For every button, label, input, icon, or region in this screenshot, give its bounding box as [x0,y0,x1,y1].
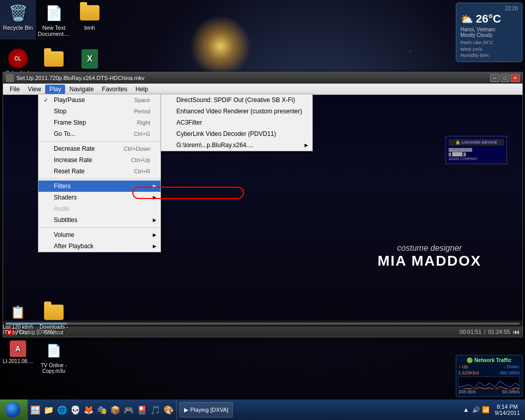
frame-step-label: Frame Step [54,119,86,126]
path-label: G:\lorem\...p.BluRay.x264.... [176,142,253,149]
subtitles-label: Subtitles [54,216,77,224]
tray-network-icon[interactable]: 📶 [481,406,490,414]
menu-help[interactable]: Help [131,85,152,94]
menu-favorites[interactable]: Favorites [98,85,131,94]
ql-package-icon[interactable]: 📦 [109,404,122,416]
play-menu-dropdown: Play/Pause Space Stop Period Frame Step … [38,94,161,252]
menu-increase-rate[interactable]: Increase Rate Ctrl+Up [38,154,160,166]
desktop-icon-tv-online[interactable]: 📄 TV Online -Copy.m3u [36,338,72,376]
seek-bar[interactable] [6,323,520,325]
taskbar-mediaplayer-btn[interactable]: ▶ Playing [DXVA] [179,402,233,417]
filter-path[interactable]: G:\lorem\...p.BluRay.x264.... [161,139,312,151]
ql-game-icon[interactable]: 🎮 [123,404,135,416]
taskbar-media-label: Playing [DXVA] [190,407,228,413]
cyberlink-icon: CL [8,49,28,68]
humidity-label: Humidity [460,53,478,58]
network-values: 1.625Kb/s 480.08b/s [458,370,520,375]
stop-shortcut: Period [124,108,150,114]
menu-filters[interactable]: Filters [38,181,160,192]
weather-description: Mostly Cloudy [460,32,518,38]
desktop-icon-binh[interactable]: binh [72,0,108,39]
ql-ie-icon[interactable]: 🌐 [56,404,68,416]
new-text-label: New TextDocument.... [38,25,70,37]
desktop-icon-list-120[interactable]: 📋 List 120 kênhITV by Chu... [0,299,36,338]
weather-location: Hanoi, Vietnam [460,27,518,32]
evr-label: Enhanced Video Renderer (custom presente… [176,108,302,115]
new-text-icon: 📄 [44,3,64,23]
menu-reset-rate[interactable]: Reset Rate Ctrl+R [38,166,160,177]
list-120-icon: 📋 [8,302,28,323]
status-playing-label: Playing [DXVA] [16,329,457,335]
tray-show-desktop[interactable]: ▲ [462,406,470,414]
menu-volume[interactable]: Volume [38,229,160,241]
desktop-icon-li2011[interactable]: A LI-2011.08.... [0,338,36,376]
taskbar: 🪟 📁 🌐 💀 🦊 🎭 📦 🎮 🎴 🎵 🎨 ▶ Playing [DXVA] ▲… [0,399,525,420]
network-bottom-values: 208.0b/s 60.08b/s [458,389,520,394]
network-icon: 🟢 [467,357,473,363]
minimize-button[interactable]: ─ [490,74,499,82]
desktop-icon-new-text[interactable]: 📄 New TextDocument.... [36,0,72,39]
filter-cyberlink[interactable]: CyberLink Video Decoder (PDVD11) [161,128,312,139]
ql-art-icon[interactable]: 🎨 [163,404,175,416]
download-value: 480.08b/s [499,370,520,375]
ql-firefox-icon[interactable]: 🦊 [83,404,95,416]
desktop-icon-downloads[interactable]: Downloads -Shortcut [36,299,72,338]
feels-like-value: 29°C [483,40,493,45]
cong-no-icon: X [79,49,100,69]
menu-view[interactable]: View [24,85,45,94]
tv-online-icon: 📄 [44,341,64,361]
download-label: ↓ Down: [503,364,520,369]
ql-music-icon[interactable]: 🎵 [149,404,161,416]
ql-mask-icon[interactable]: 🎭 [96,404,108,416]
start-orb-icon [5,402,21,417]
title-bar-app-icon [6,74,14,82]
bottom-icons-row2: A LI-2011.08.... 📄 TV Online -Copy.m3u [0,338,72,376]
menu-go-to[interactable]: Go To... Ctrl+G [38,128,160,139]
network-traffic-widget: 🟢 Network Traffic ↑ Up: ↓ Down: 1.625Kb/… [456,355,522,397]
wind-label: Wind [460,47,471,52]
downloads-icon [44,302,64,323]
menu-shaders[interactable]: Shaders [38,192,160,203]
taskbar-media-icon: ▶ [184,407,188,413]
maximize-button[interactable]: □ [500,74,510,82]
bao-cao-icon [44,49,64,69]
filter-directsound[interactable]: DirectSound: SPDIF Out (Creative SB X-Fi… [161,94,312,106]
filter-evr[interactable]: Enhanced Video Renderer (custom presente… [161,106,312,117]
ql-skull-icon[interactable]: 💀 [69,404,82,416]
upload-value: 1.625Kb/s [458,370,479,375]
stat1: 208.0b/s [458,389,476,394]
increase-rate-shortcut: Ctrl+Up [120,157,150,163]
decrease-rate-label: Decrease Rate [54,145,95,152]
close-button[interactable]: ✕ [511,74,520,82]
tray-volume-icon[interactable]: 🔊 [472,406,480,414]
recycle-bin-icon: 🗑️ [8,3,28,23]
quick-launch: 🪟 📁 🌐 💀 🦊 🎭 📦 🎮 🎴 🎵 🎨 [28,399,177,420]
separator-3 [38,227,160,228]
start-button[interactable] [0,399,28,420]
ql-card-icon[interactable]: 🎴 [136,404,148,416]
credits-role: costume designer [377,244,481,253]
recycle-bin-label: Recycle Bin [3,25,33,31]
seek-bar-area[interactable] [3,321,522,327]
desktop-icon-recycle-bin[interactable]: 🗑️ Recycle Bin [0,0,36,39]
menu-frame-step[interactable]: Frame Step Right [38,117,160,128]
filters-label: Filters [54,183,71,190]
menu-file[interactable]: File [6,85,24,94]
menu-stop[interactable]: Stop Period [38,106,160,117]
menu-decrease-rate[interactable]: Decrease Rate Ctrl+Down [38,143,160,154]
menu-subtitles[interactable]: Subtitles [38,214,160,226]
system-clock[interactable]: 8:14 PM 9/14/2011 [492,404,522,416]
menu-navigate[interactable]: Navigate [65,85,97,94]
menu-after-playback[interactable]: After Playback [38,241,160,252]
sun-glow-decoration [190,15,251,77]
menu-play-pause[interactable]: Play/Pause Space [38,94,160,106]
directsound-label: DirectSound: SPDIF Out (Creative SB X-Fi… [176,96,295,104]
ql-explorer-icon[interactable]: 📁 [43,404,55,416]
network-chart [459,377,520,389]
menu-play[interactable]: Play [45,85,65,94]
weather-temperature: 26°C [476,12,501,26]
ql-desktop-icon[interactable]: 🪟 [29,404,42,416]
filter-ac3[interactable]: AC3Filter [161,117,312,128]
status-time-separator: / [484,329,486,335]
reset-rate-shortcut: Ctrl+R [124,168,150,174]
